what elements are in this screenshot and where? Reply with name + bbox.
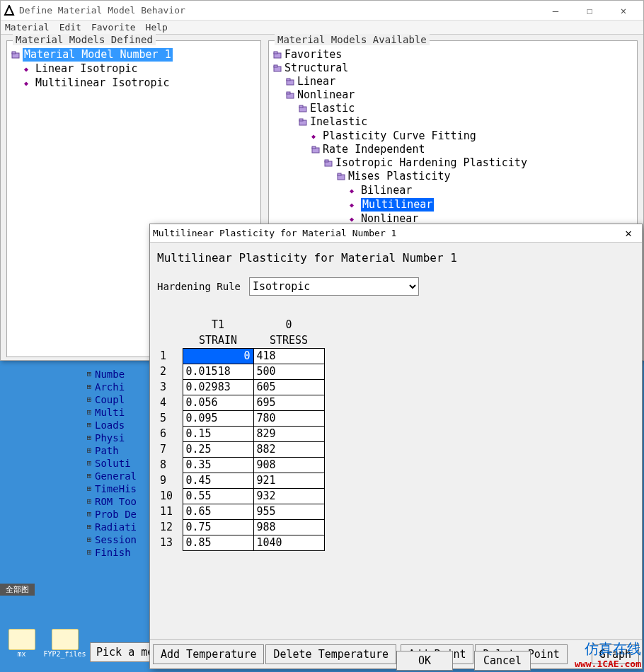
desktop-folder-icon[interactable]: mx xyxy=(6,629,38,658)
maximize-button[interactable]: ☐ xyxy=(575,5,604,16)
stress-cell[interactable]: 1040 xyxy=(253,535,324,550)
table-row[interactable]: 70.25882 xyxy=(157,441,324,457)
table-row[interactable]: 80.35908 xyxy=(157,457,324,473)
ok-button[interactable]: OK xyxy=(396,651,453,671)
close-button[interactable]: ✕ xyxy=(609,5,638,16)
menubar: MaterialEditFavoriteHelp xyxy=(1,21,643,35)
stress-cell[interactable]: 932 xyxy=(253,488,324,504)
cancel-button[interactable]: Cancel xyxy=(474,651,531,671)
strain-cell[interactable]: 0.25 xyxy=(183,441,253,457)
bg-tree-item: ⊞ROM Too xyxy=(85,495,156,508)
tree-item-label: Isotropic Hardening Plasticity xyxy=(335,156,527,170)
close-icon[interactable]: ✕ xyxy=(618,226,639,240)
menu-material[interactable]: Material xyxy=(5,22,50,33)
svg-rect-7 xyxy=(287,79,290,81)
table-row[interactable]: 20.01518500 xyxy=(157,364,324,379)
stress-cell[interactable]: 921 xyxy=(253,473,324,488)
strain-cell[interactable]: 0 xyxy=(183,348,253,364)
table-row[interactable]: 40.056695 xyxy=(157,395,324,410)
strain-cell[interactable]: 0.01518 xyxy=(183,364,253,379)
plasticity-table[interactable]: T1 0 STRAIN STRESS 1041820.0151850030.02… xyxy=(157,317,325,551)
tree-item[interactable]: Rate Independent xyxy=(273,143,633,156)
tree-item[interactable]: Linear Isotropic xyxy=(11,62,256,76)
strain-cell[interactable]: 0.55 xyxy=(183,488,253,504)
tree-item[interactable]: Favorites xyxy=(273,48,633,62)
folder-icon xyxy=(337,170,347,183)
tree-item[interactable]: Plasticity Curve Fitting xyxy=(273,129,633,143)
strain-cell[interactable]: 0.15 xyxy=(183,426,253,441)
tree-item[interactable]: Bilinear xyxy=(273,183,633,197)
folder-icon xyxy=(299,102,309,115)
tree-item[interactable]: Mises Plasticity xyxy=(273,170,633,183)
row-number: 8 xyxy=(157,457,183,473)
bg-tree-item: ⊞Session xyxy=(85,533,156,546)
svg-rect-19 xyxy=(338,173,341,175)
table-row[interactable]: 50.095780 xyxy=(157,410,324,426)
stress-header: STRESS xyxy=(253,332,324,348)
table-row[interactable]: 60.15829 xyxy=(157,426,324,441)
diamond-icon xyxy=(24,62,34,76)
svg-rect-17 xyxy=(325,160,328,162)
row-number: 6 xyxy=(157,426,183,441)
table-row[interactable]: 110.65955 xyxy=(157,504,324,519)
strain-cell[interactable]: 0.35 xyxy=(183,457,253,473)
tree-item[interactable]: Structural xyxy=(273,62,633,75)
strain-cell[interactable]: 0.65 xyxy=(183,504,253,519)
menu-help[interactable]: Help xyxy=(146,22,168,33)
tree-item[interactable]: Elastic xyxy=(273,102,633,115)
delete-temperature-button[interactable]: Delete Temperature xyxy=(265,644,396,664)
stress-cell[interactable]: 988 xyxy=(253,519,324,535)
stress-cell[interactable]: 500 xyxy=(253,364,324,379)
table-row[interactable]: 10418 xyxy=(157,348,324,364)
add-temperature-button[interactable]: Add Temperature xyxy=(153,644,264,664)
bg-tree-item: ⊞Soluti xyxy=(85,457,156,470)
tree-item[interactable]: Isotropic Hardening Plasticity xyxy=(273,156,633,170)
menu-favorite[interactable]: Favorite xyxy=(91,22,136,33)
strain-cell[interactable]: 0.75 xyxy=(183,519,253,535)
bg-tree-item: ⊞Radiati xyxy=(85,521,156,533)
stress-cell[interactable]: 908 xyxy=(253,457,324,473)
table-row[interactable]: 120.75988 xyxy=(157,519,324,535)
strain-cell[interactable]: 0.85 xyxy=(183,535,253,550)
table-row[interactable]: 130.851040 xyxy=(157,535,324,550)
strain-cell[interactable]: 0.02983 xyxy=(183,379,253,395)
hardening-rule-select[interactable]: Isotropic xyxy=(249,277,419,296)
tree-item-label: Elastic xyxy=(310,102,355,115)
t1-label: T1 xyxy=(183,317,253,332)
table-row[interactable]: 90.45921 xyxy=(157,473,324,488)
watermark: 仿真在线 www.1CAE.com xyxy=(575,639,641,669)
desktop-folder-icon[interactable]: FYP2_files xyxy=(49,629,81,658)
row-number: 4 xyxy=(157,395,183,410)
row-number: 11 xyxy=(157,504,183,519)
tree-item[interactable]: Nonlinear xyxy=(273,88,633,102)
menu-edit[interactable]: Edit xyxy=(59,22,81,33)
table-row[interactable]: 30.02983605 xyxy=(157,379,324,395)
stress-cell[interactable]: 955 xyxy=(253,504,324,519)
folder-icon xyxy=(273,48,283,62)
tree-item[interactable]: Multilinear xyxy=(273,197,633,212)
stress-cell[interactable]: 882 xyxy=(253,441,324,457)
stress-cell[interactable]: 695 xyxy=(253,395,324,410)
bg-tree-item: ⊞Finish xyxy=(85,546,156,559)
row-number: 3 xyxy=(157,379,183,395)
tree-item[interactable]: Inelastic xyxy=(273,115,633,129)
bg-tree-item: ⊞Multi xyxy=(85,406,156,419)
diamond-icon xyxy=(350,183,360,197)
table-row[interactable]: 100.55932 xyxy=(157,488,324,504)
defined-tree[interactable]: Material Model Number 1Linear IsotropicM… xyxy=(11,48,256,90)
tree-item-label: Material Model Number 1 xyxy=(23,48,173,62)
tree-item[interactable]: Linear xyxy=(273,75,633,88)
tree-item[interactable]: Multilinear Isotropic xyxy=(11,76,256,90)
stress-cell[interactable]: 605 xyxy=(253,379,324,395)
tree-item-label: Linear xyxy=(297,75,335,88)
stress-cell[interactable]: 829 xyxy=(253,426,324,441)
strain-cell[interactable]: 0.095 xyxy=(183,410,253,426)
strain-cell[interactable]: 0.056 xyxy=(183,395,253,410)
stress-cell[interactable]: 418 xyxy=(253,348,324,364)
tree-item[interactable]: Material Model Number 1 xyxy=(11,48,256,62)
minimize-button[interactable]: — xyxy=(541,5,570,16)
stress-cell[interactable]: 780 xyxy=(253,410,324,426)
available-tree[interactable]: FavoritesStructuralLinearNonlinearElasti… xyxy=(273,48,633,226)
t1-value[interactable]: 0 xyxy=(253,317,324,332)
strain-cell[interactable]: 0.45 xyxy=(183,473,253,488)
